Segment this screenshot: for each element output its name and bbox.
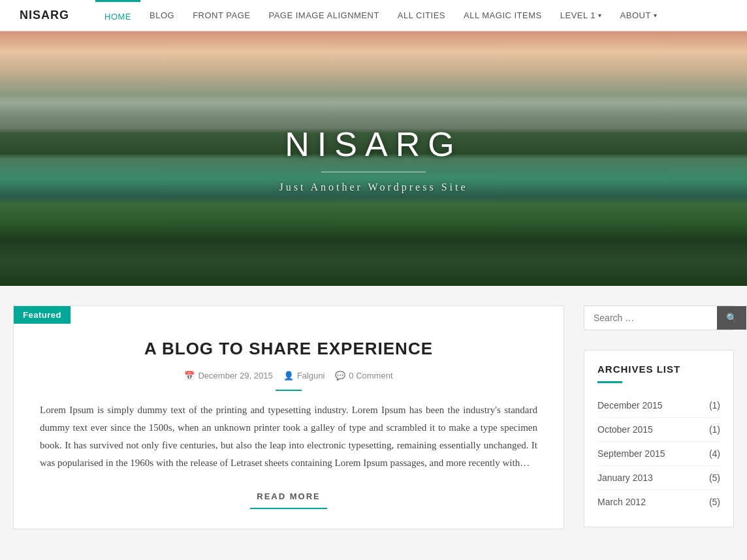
chevron-down-icon: ▾ [654,12,658,19]
chevron-down-icon: ▾ [598,12,602,19]
archive-item: September 2015 (4) [597,442,720,466]
featured-badge: Featured [14,306,71,324]
archive-link-mar2012[interactable]: March 2012 [597,497,646,507]
archive-count-oct2015: (1) [709,424,720,435]
archive-item: March 2012 (5) [597,490,720,514]
archive-list: December 2015 (1) October 2015 (1) Septe… [597,394,720,514]
nav-link-blog[interactable]: BLOG [140,0,183,31]
nav-item-allmagic[interactable]: ALL MAGIC ITEMS [454,0,551,31]
archives-accent [597,381,622,383]
hero-section: NISARG Just Another Wordpress Site [0,31,747,286]
search-icon: 🔍 [726,313,737,323]
nav-item-about[interactable]: ABOUT ▾ [611,0,667,31]
hero-divider [321,172,426,172]
nav-link-home[interactable]: HOME [95,0,140,31]
archive-link-sep2015[interactable]: September 2015 [597,448,665,459]
archive-item: December 2015 (1) [597,394,720,418]
calendar-icon: 📅 [184,371,195,381]
archives-section: ARCHIVES LIST December 2015 (1) October … [584,350,734,527]
search-input[interactable] [584,306,717,330]
post-date: 📅 December 29, 2015 [184,371,272,381]
nav-link-about[interactable]: ABOUT ▾ [611,0,667,31]
archive-count-mar2012: (5) [709,497,720,507]
hero-subtitle: Just Another Wordpress Site [279,181,468,193]
post-body: Lorem Ipsum is simply dummy text of the … [14,401,564,485]
search-button[interactable]: 🔍 [717,306,746,330]
hero-title: NISARG [285,125,462,164]
archive-link-jan2013[interactable]: January 2013 [597,473,653,483]
read-more-link[interactable]: READ MORE [250,485,326,509]
post-title: A BLOG TO SHARE EXPERIENCE [14,306,564,366]
site-brand[interactable]: NISARG [20,8,69,22]
main-content: Featured A BLOG TO SHARE EXPERIENCE 📅 De… [13,305,564,529]
nav-link-frontpage[interactable]: FRONT PAGE [183,0,259,31]
nav-item-pagealign[interactable]: PAGE IMAGE ALIGNMENT [259,0,388,31]
archive-item: October 2015 (1) [597,418,720,442]
nav-link-pagealign[interactable]: PAGE IMAGE ALIGNMENT [259,0,388,31]
archive-link-oct2015[interactable]: October 2015 [597,424,653,435]
sidebar: 🔍 ARCHIVES LIST December 2015 (1) Octobe… [584,305,734,529]
post-comments: 💬 0 Comment [335,371,392,381]
nav-item-level1[interactable]: LEVEL 1 ▾ [551,0,611,31]
main-nav: NISARG HOME BLOG FRONT PAGE PAGE IMAGE A… [0,0,747,31]
comment-icon: 💬 [335,371,345,381]
archive-count-jan2013: (5) [709,473,720,483]
archives-title: ARCHIVES LIST [597,364,720,375]
nav-item-home[interactable]: HOME [95,0,140,31]
nav-item-allcities[interactable]: ALL CITIES [389,0,454,31]
archive-count-sep2015: (4) [709,448,720,459]
nav-link-level1[interactable]: LEVEL 1 ▾ [551,0,611,31]
post-meta-divider [276,390,302,391]
post-card: Featured A BLOG TO SHARE EXPERIENCE 📅 De… [13,305,564,529]
page-container: Featured A BLOG TO SHARE EXPERIENCE 📅 De… [0,286,747,549]
archive-link-dec2015[interactable]: December 2015 [597,400,663,411]
nav-item-frontpage[interactable]: FRONT PAGE [183,0,259,31]
nav-link-allcities[interactable]: ALL CITIES [389,0,454,31]
post-author: 👤 Falguni [283,371,325,381]
archive-count-dec2015: (1) [709,400,720,411]
nav-link-allmagic[interactable]: ALL MAGIC ITEMS [454,0,551,31]
nav-item-blog[interactable]: BLOG [140,0,183,31]
user-icon: 👤 [283,371,294,381]
archive-item: January 2013 (5) [597,466,720,490]
search-box: 🔍 [584,305,734,330]
post-meta: 📅 December 29, 2015 👤 Falguni 💬 0 Commen… [14,366,564,386]
nav-links: HOME BLOG FRONT PAGE PAGE IMAGE ALIGNMEN… [95,0,666,31]
